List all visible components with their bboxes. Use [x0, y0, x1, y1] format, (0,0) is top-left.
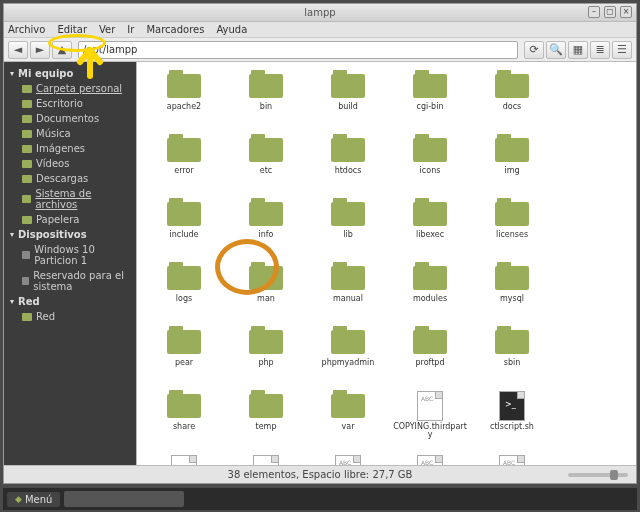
- menu-ver[interactable]: Ver: [99, 24, 115, 35]
- taskbar: Menú: [3, 488, 637, 510]
- file-item[interactable]: licenses: [471, 198, 553, 262]
- file-item[interactable]: temp: [225, 390, 307, 454]
- sidebar-item[interactable]: Escritorio: [4, 96, 136, 111]
- file-item[interactable]: img: [471, 134, 553, 198]
- file-icon: [499, 455, 525, 465]
- folder-icon: [413, 330, 447, 354]
- back-button[interactable]: ◄: [8, 41, 28, 59]
- file-item[interactable]: libexec: [389, 198, 471, 262]
- close-button[interactable]: ×: [620, 6, 632, 18]
- sidebar-item[interactable]: Documentos: [4, 111, 136, 126]
- sidebar-item[interactable]: Música: [4, 126, 136, 141]
- sidebar-section[interactable]: Dispositivos: [4, 227, 136, 242]
- folder-icon: [249, 74, 283, 98]
- file-manager-window: lampp – ▢ × Archivo Editar Ver Ir Marcad…: [3, 3, 637, 484]
- file-item[interactable]: bin: [225, 70, 307, 134]
- folder-icon: [331, 74, 365, 98]
- file-item[interactable]: manager-linux-x64.run: [225, 454, 307, 465]
- folder-icon: [331, 138, 365, 162]
- file-item[interactable]: COPYING.thirdparty: [389, 390, 471, 454]
- sidebar-item[interactable]: Imágenes: [4, 141, 136, 156]
- file-item[interactable]: lib: [307, 198, 389, 262]
- file-label: libexec: [416, 231, 444, 239]
- file-item[interactable]: apache2: [143, 70, 225, 134]
- maximize-button[interactable]: ▢: [604, 6, 616, 18]
- file-item[interactable]: error: [143, 134, 225, 198]
- menu-ir[interactable]: Ir: [127, 24, 134, 35]
- sidebar-item[interactable]: Papelera: [4, 212, 136, 227]
- taskbar-search[interactable]: [64, 491, 184, 507]
- file-item[interactable]: sbin: [471, 326, 553, 390]
- folder-icon: [22, 251, 30, 259]
- sidebar-section[interactable]: Red: [4, 294, 136, 309]
- search-button[interactable]: 🔍: [546, 41, 566, 59]
- folder-icon: [495, 138, 529, 162]
- sidebar-section[interactable]: Mi equipo: [4, 66, 136, 81]
- file-item[interactable]: htdocs: [307, 134, 389, 198]
- sidebar-item[interactable]: Windows 10 Particion 1: [4, 242, 136, 268]
- file-item[interactable]: share: [143, 390, 225, 454]
- titlebar[interactable]: lampp – ▢ ×: [4, 4, 636, 22]
- file-label: lib: [343, 231, 353, 239]
- file-item[interactable]: docs: [471, 70, 553, 134]
- file-label: cgi-bin: [417, 103, 444, 111]
- menu-editar[interactable]: Editar: [57, 24, 87, 35]
- folder-icon: [495, 74, 529, 98]
- zoom-slider[interactable]: [568, 473, 628, 477]
- sidebar-item[interactable]: Vídeos: [4, 156, 136, 171]
- file-item[interactable]: proftpd: [389, 326, 471, 390]
- file-item[interactable]: manual: [307, 262, 389, 326]
- start-menu-button[interactable]: Menú: [7, 492, 60, 507]
- file-item[interactable]: info: [225, 198, 307, 262]
- folder-icon: [22, 160, 32, 168]
- file-icon: [171, 455, 197, 465]
- file-label: img: [504, 167, 519, 175]
- folder-icon: [167, 394, 201, 418]
- file-item[interactable]: php: [225, 326, 307, 390]
- up-button[interactable]: ▲: [52, 41, 72, 59]
- file-item[interactable]: README-wsrep: [389, 454, 471, 465]
- forward-button[interactable]: ►: [30, 41, 50, 59]
- file-icon: [417, 391, 443, 421]
- file-item[interactable]: icons: [389, 134, 471, 198]
- reload-button[interactable]: ⟳: [524, 41, 544, 59]
- statusbar: 38 elementos, Espacio libre: 27,7 GB: [4, 465, 636, 483]
- menu-ayuda[interactable]: Ayuda: [216, 24, 247, 35]
- view-compact-button[interactable]: ☰: [612, 41, 632, 59]
- file-item[interactable]: logs: [143, 262, 225, 326]
- file-item[interactable]: ctlscript.sh: [471, 390, 553, 454]
- file-item[interactable]: cgi-bin: [389, 70, 471, 134]
- file-item[interactable]: lampp: [143, 454, 225, 465]
- file-item[interactable]: pear: [143, 326, 225, 390]
- file-item[interactable]: var: [307, 390, 389, 454]
- sidebar-item[interactable]: Reservado para el sistema: [4, 268, 136, 294]
- file-item[interactable]: mysql: [471, 262, 553, 326]
- file-item[interactable]: build: [307, 70, 389, 134]
- sidebar-item[interactable]: Red: [4, 309, 136, 324]
- path-input[interactable]: /opt/lampp: [78, 41, 518, 59]
- sidebar-item[interactable]: Sistema de archivos: [4, 186, 136, 212]
- file-label: info: [258, 231, 273, 239]
- file-item[interactable]: modules: [389, 262, 471, 326]
- file-item[interactable]: man: [225, 262, 307, 326]
- folder-icon: [249, 394, 283, 418]
- content-pane[interactable]: apache2binbuildcgi-bindocserroretchtdocs…: [136, 62, 636, 465]
- folder-icon: [22, 145, 32, 153]
- file-icon: [499, 391, 525, 421]
- file-item[interactable]: properties.ini: [307, 454, 389, 465]
- file-label: var: [342, 423, 355, 431]
- menu-marcadores[interactable]: Marcadores: [146, 24, 204, 35]
- file-label: manual: [333, 295, 363, 303]
- sidebar-item[interactable]: Carpeta personal: [4, 81, 136, 96]
- menu-archivo[interactable]: Archivo: [8, 24, 45, 35]
- view-list-button[interactable]: ≣: [590, 41, 610, 59]
- view-icons-button[interactable]: ▦: [568, 41, 588, 59]
- file-item[interactable]: include: [143, 198, 225, 262]
- file-item[interactable]: RELEASENOTES: [471, 454, 553, 465]
- file-item[interactable]: phpmyadmin: [307, 326, 389, 390]
- file-item[interactable]: etc: [225, 134, 307, 198]
- minimize-button[interactable]: –: [588, 6, 600, 18]
- folder-icon: [22, 195, 31, 203]
- sidebar-item[interactable]: Descargas: [4, 171, 136, 186]
- folder-icon: [495, 202, 529, 226]
